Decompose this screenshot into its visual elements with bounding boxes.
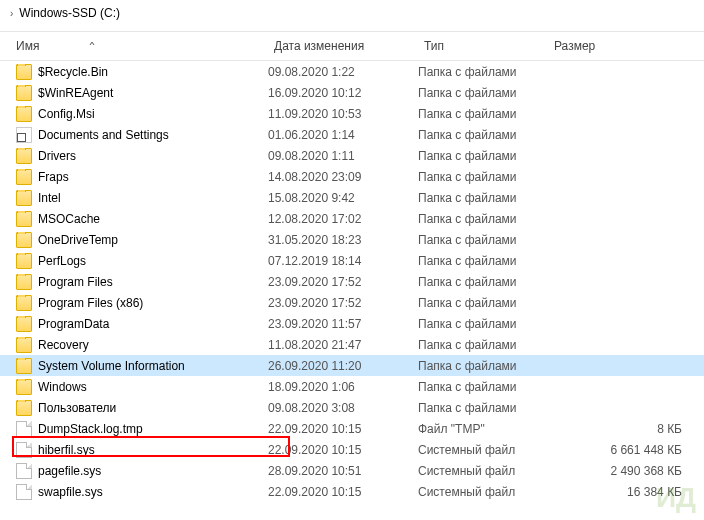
file-name-cell: Config.Msi bbox=[16, 106, 268, 122]
file-row[interactable]: swapfile.sys22.09.2020 10:15Системный фа… bbox=[0, 481, 704, 502]
file-row[interactable]: Пользователи09.08.2020 3:08Папка с файла… bbox=[0, 397, 704, 418]
folder-icon bbox=[16, 274, 32, 290]
file-date: 22.09.2020 10:15 bbox=[268, 443, 418, 457]
sort-ascending-icon: ˄ bbox=[88, 41, 96, 52]
file-name-cell: $WinREAgent bbox=[16, 85, 268, 101]
file-name-cell: hiberfil.sys bbox=[16, 442, 268, 458]
folder-icon bbox=[16, 253, 32, 269]
file-name-cell: Windows bbox=[16, 379, 268, 395]
file-row[interactable]: Drivers09.08.2020 1:11Папка с файлами bbox=[0, 145, 704, 166]
file-type: Папка с файлами bbox=[418, 296, 548, 310]
file-row[interactable]: pagefile.sys28.09.2020 10:51Системный фа… bbox=[0, 460, 704, 481]
file-size: 16 384 КБ bbox=[548, 485, 704, 499]
file-row[interactable]: Intel15.08.2020 9:42Папка с файлами bbox=[0, 187, 704, 208]
file-name-cell: OneDriveTemp bbox=[16, 232, 268, 248]
file-name: MSOCache bbox=[38, 212, 100, 226]
file-name: Recovery bbox=[38, 338, 89, 352]
column-date[interactable]: Дата изменения bbox=[274, 39, 424, 53]
breadcrumb-title[interactable]: Windows-SSD (C:) bbox=[19, 6, 120, 20]
file-name: PerfLogs bbox=[38, 254, 86, 268]
file-date: 22.09.2020 10:15 bbox=[268, 422, 418, 436]
folder-icon bbox=[16, 379, 32, 395]
file-type: Системный файл bbox=[418, 464, 548, 478]
file-name-cell: System Volume Information bbox=[16, 358, 268, 374]
file-type: Папка с файлами bbox=[418, 401, 548, 415]
file-row[interactable]: $WinREAgent16.09.2020 10:12Папка с файла… bbox=[0, 82, 704, 103]
file-icon bbox=[16, 442, 32, 458]
file-type: Папка с файлами bbox=[418, 359, 548, 373]
file-row[interactable]: MSOCache12.08.2020 17:02Папка с файлами bbox=[0, 208, 704, 229]
file-type: Папка с файлами bbox=[418, 128, 548, 142]
file-row[interactable]: Documents and Settings01.06.2020 1:14Пап… bbox=[0, 124, 704, 145]
file-date: 01.06.2020 1:14 bbox=[268, 128, 418, 142]
folder-icon bbox=[16, 400, 32, 416]
file-name-cell: pagefile.sys bbox=[16, 463, 268, 479]
chevron-right-icon: › bbox=[4, 8, 19, 19]
file-name: $Recycle.Bin bbox=[38, 65, 108, 79]
folder-icon bbox=[16, 316, 32, 332]
file-date: 07.12.2019 18:14 bbox=[268, 254, 418, 268]
file-type: Папка с файлами bbox=[418, 338, 548, 352]
file-type: Файл "TMP" bbox=[418, 422, 548, 436]
file-name: Documents and Settings bbox=[38, 128, 169, 142]
file-name-cell: Intel bbox=[16, 190, 268, 206]
column-size[interactable]: Размер bbox=[554, 39, 704, 53]
file-type: Папка с файлами bbox=[418, 380, 548, 394]
file-type: Папка с файлами bbox=[418, 107, 548, 121]
file-name-cell: Fraps bbox=[16, 169, 268, 185]
folder-icon bbox=[16, 337, 32, 353]
file-name-cell: Documents and Settings bbox=[16, 127, 268, 143]
file-row[interactable]: hiberfil.sys22.09.2020 10:15Системный фа… bbox=[0, 439, 704, 460]
file-name-cell: PerfLogs bbox=[16, 253, 268, 269]
file-list: $Recycle.Bin09.08.2020 1:22Папка с файла… bbox=[0, 61, 704, 502]
file-size: 8 КБ bbox=[548, 422, 704, 436]
folder-icon bbox=[16, 64, 32, 80]
folder-icon bbox=[16, 295, 32, 311]
folder-icon bbox=[16, 106, 32, 122]
file-date: 09.08.2020 1:22 bbox=[268, 65, 418, 79]
file-row[interactable]: System Volume Information26.09.2020 11:2… bbox=[0, 355, 704, 376]
file-date: 31.05.2020 18:23 bbox=[268, 233, 418, 247]
file-date: 14.08.2020 23:09 bbox=[268, 170, 418, 184]
file-type: Системный файл bbox=[418, 443, 548, 457]
folder-icon bbox=[16, 190, 32, 206]
file-row[interactable]: ProgramData23.09.2020 11:57Папка с файла… bbox=[0, 313, 704, 334]
column-type[interactable]: Тип bbox=[424, 39, 554, 53]
file-name: OneDriveTemp bbox=[38, 233, 118, 247]
file-type: Папка с файлами bbox=[418, 275, 548, 289]
file-name: Windows bbox=[38, 380, 87, 394]
file-type: Папка с файлами bbox=[418, 86, 548, 100]
file-row[interactable]: OneDriveTemp31.05.2020 18:23Папка с файл… bbox=[0, 229, 704, 250]
file-row[interactable]: PerfLogs07.12.2019 18:14Папка с файлами bbox=[0, 250, 704, 271]
file-row[interactable]: $Recycle.Bin09.08.2020 1:22Папка с файла… bbox=[0, 61, 704, 82]
file-row[interactable]: Fraps14.08.2020 23:09Папка с файлами bbox=[0, 166, 704, 187]
column-name-label: Имя bbox=[16, 39, 39, 53]
file-row[interactable]: Program Files (x86)23.09.2020 17:52Папка… bbox=[0, 292, 704, 313]
file-row[interactable]: DumpStack.log.tmp22.09.2020 10:15Файл "T… bbox=[0, 418, 704, 439]
file-name-cell: Program Files (x86) bbox=[16, 295, 268, 311]
file-name: System Volume Information bbox=[38, 359, 185, 373]
file-row[interactable]: Windows18.09.2020 1:06Папка с файлами bbox=[0, 376, 704, 397]
file-name-cell: DumpStack.log.tmp bbox=[16, 421, 268, 437]
file-row[interactable]: Config.Msi11.09.2020 10:53Папка с файлам… bbox=[0, 103, 704, 124]
folder-icon bbox=[16, 232, 32, 248]
file-date: 16.09.2020 10:12 bbox=[268, 86, 418, 100]
file-date: 09.08.2020 1:11 bbox=[268, 149, 418, 163]
file-date: 11.08.2020 21:47 bbox=[268, 338, 418, 352]
file-type: Системный файл bbox=[418, 485, 548, 499]
file-type: Папка с файлами bbox=[418, 233, 548, 247]
breadcrumb[interactable]: › Windows-SSD (C:) bbox=[0, 0, 704, 31]
file-row[interactable]: Recovery11.08.2020 21:47Папка с файлами bbox=[0, 334, 704, 355]
file-name: Пользователи bbox=[38, 401, 116, 415]
file-row[interactable]: Program Files23.09.2020 17:52Папка с фай… bbox=[0, 271, 704, 292]
file-date: 15.08.2020 9:42 bbox=[268, 191, 418, 205]
file-name-cell: Пользователи bbox=[16, 400, 268, 416]
file-type: Папка с файлами bbox=[418, 191, 548, 205]
column-name[interactable]: Имя ˄ bbox=[16, 39, 274, 53]
file-icon bbox=[16, 421, 32, 437]
file-date: 11.09.2020 10:53 bbox=[268, 107, 418, 121]
folder-icon bbox=[16, 85, 32, 101]
shortcut-icon bbox=[16, 127, 32, 143]
file-type: Папка с файлами bbox=[418, 170, 548, 184]
file-date: 23.09.2020 17:52 bbox=[268, 296, 418, 310]
